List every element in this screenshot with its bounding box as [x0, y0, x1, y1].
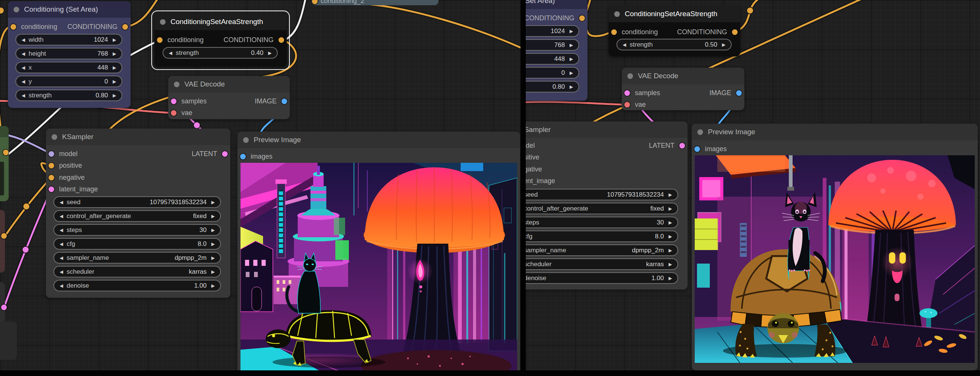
widget-strength[interactable]: ◀ strength 0.80 ▶	[526, 81, 579, 92]
input-port-model[interactable]: model	[526, 141, 535, 150]
output-port-conditioning[interactable]: CONDITIONING	[677, 28, 738, 36]
increment-arrow-icon[interactable]: ▶	[111, 37, 118, 43]
output-port-conditioning[interactable]: CONDITIONING	[67, 22, 128, 31]
conditioning-port-dot[interactable]	[278, 37, 284, 43]
latent-port-dot[interactable]	[624, 90, 630, 96]
widget-cfg[interactable]: ◀ cfg 8.0 ▶	[526, 230, 678, 242]
decrement-arrow-icon[interactable]: ◀	[20, 93, 27, 98]
latent-port-dot[interactable]	[679, 143, 685, 149]
vae-port-dot[interactable]	[624, 102, 630, 108]
input-port-vae[interactable]: vae	[624, 100, 646, 109]
widget-width[interactable]: ◀ width 1024 ▶	[526, 25, 579, 37]
input-port-conditioning[interactable]: conditioning	[11, 22, 57, 31]
decrement-arrow-icon[interactable]: ◀	[58, 283, 65, 289]
conditioning-port-dot[interactable]	[157, 37, 162, 43]
node-vae-decode[interactable]: VAE Decode samples vae IMAGE	[168, 76, 290, 119]
conditioning-port-dot[interactable]	[49, 163, 54, 168]
increment-arrow-icon[interactable]: ▶	[667, 220, 674, 225]
widget-scheduler[interactable]: ◀ scheduler karras ▶	[53, 266, 221, 278]
widget-sampler-name[interactable]: ◀ sampler_name dpmpp_2m ▶	[526, 244, 678, 256]
node-partial-conditioning2[interactable]: con­ditioning_2	[312, 0, 438, 5]
node-title-bar[interactable]: Preview Image	[692, 124, 978, 140]
latent-port-dot[interactable]	[1, 305, 7, 310]
node-title-bar[interactable]: VAE Decode	[168, 76, 290, 92]
increment-arrow-icon[interactable]: ▶	[667, 276, 674, 281]
decrement-arrow-icon[interactable]: ◀	[58, 269, 65, 274]
widget-x[interactable]: ◀ x 448 ▶	[16, 62, 123, 73]
node-ksampler[interactable]: KSampler model positive negative latent_…	[526, 121, 687, 290]
widget-width[interactable]: ◀ width 1024 ▶	[16, 34, 123, 46]
widget-steps[interactable]: ◀ steps 30 ▶	[526, 217, 678, 228]
node-preview-image[interactable]: Preview Image images	[692, 124, 978, 370]
image-port-dot[interactable]	[694, 146, 700, 152]
node-conditioning-set-area[interactable]: Conditioning (Set Area) conditioning CON…	[8, 1, 130, 108]
node-preview-image[interactable]: Preview Image images	[237, 132, 520, 373]
increment-arrow-icon[interactable]: ▶	[667, 262, 674, 267]
image-port-dot[interactable]	[282, 98, 287, 104]
input-port-negative[interactable]: negative	[526, 165, 542, 173]
node-title-bar[interactable]: Conditioning (Set Area)	[526, 0, 587, 9]
node-conditioning-set-area[interactable]: Conditioning (Set Area) conditioning CON…	[526, 0, 587, 101]
output-port-latent[interactable]: LATENT	[649, 141, 685, 150]
graph-canvas-right[interactable]: Conditioning (Set Area) conditioning CON…	[526, 0, 980, 376]
collapse-dot-icon[interactable]	[614, 11, 620, 17]
increment-arrow-icon[interactable]: ▶	[266, 51, 273, 56]
input-port-samples[interactable]: samples	[624, 89, 660, 97]
widget-seed[interactable]: ◀ seed 1079579318532234 ▶	[53, 196, 221, 208]
node-conditioning-set-area-strength[interactable]: ConditioningSetAreaStrength conditioning…	[154, 14, 287, 67]
widget-strength[interactable]: ◀ strength 0.40 ▶	[162, 47, 278, 59]
decrement-arrow-icon[interactable]: ◀	[58, 255, 65, 260]
conditioning-port-dot[interactable]	[11, 24, 16, 30]
latent-port-dot[interactable]	[222, 151, 228, 157]
widget-x[interactable]: ◀ x 448 ▶	[526, 53, 579, 65]
increment-arrow-icon[interactable]: ▶	[568, 43, 575, 48]
decrement-arrow-icon[interactable]: ◀	[20, 65, 27, 70]
node-partial-gray2[interactable]	[0, 322, 17, 360]
widget-denoise[interactable]: ◀ denoise 1.00 ▶	[526, 272, 678, 284]
increment-arrow-icon[interactable]: ▶	[568, 70, 575, 76]
decrement-arrow-icon[interactable]: ◀	[20, 79, 27, 84]
widget-strength[interactable]: ◀ strength 0.80 ▶	[16, 89, 123, 101]
latent-port-dot[interactable]	[171, 98, 177, 104]
decrement-arrow-icon[interactable]: ◀	[58, 227, 65, 233]
input-port-samples[interactable]: samples	[171, 97, 207, 105]
widget-control-after-generate[interactable]: ◀ control_after_generate fixed ▶	[53, 210, 221, 222]
model-port-dot[interactable]	[49, 151, 54, 157]
input-port-images[interactable]: images	[694, 145, 727, 153]
increment-arrow-icon[interactable]: ▶	[111, 51, 118, 56]
increment-arrow-icon[interactable]: ▶	[568, 56, 575, 62]
widget-seed[interactable]: ◀ seed 1079579318532234 ▶	[526, 189, 678, 200]
increment-arrow-icon[interactable]: ▶	[568, 29, 575, 34]
graph-canvas-left[interactable]: con­ditioning_2 Conditioning (Set Area) …	[0, 0, 520, 376]
conditioning-port-dot[interactable]	[3, 150, 9, 155]
node-partial-gray[interactable]	[0, 282, 5, 322]
increment-arrow-icon[interactable]: ▶	[111, 79, 118, 84]
increment-arrow-icon[interactable]: ▶	[568, 84, 575, 89]
input-port-positive[interactable]: positive	[526, 153, 539, 161]
input-port-latent-image[interactable]: latent_image	[526, 177, 555, 185]
output-port-image[interactable]: IMAGE	[255, 97, 287, 105]
widget-y[interactable]: ◀ y 0 ▶	[526, 67, 579, 79]
widget-steps[interactable]: ◀ steps 30 ▶	[53, 224, 221, 236]
conditioning-port-dot[interactable]	[732, 29, 738, 35]
increment-arrow-icon[interactable]: ▶	[111, 65, 118, 70]
node-vae-decode[interactable]: VAE Decode samples vae IMAGE	[622, 68, 745, 110]
widget-sampler-name[interactable]: ◀ sampler_name dpmpp_2m ▶	[53, 252, 221, 263]
output-port-image[interactable]: IMAGE	[710, 89, 742, 97]
decrement-arrow-icon[interactable]: ◀	[58, 200, 65, 205]
conditioning-port-dot[interactable]	[1, 233, 7, 239]
vae-port-dot[interactable]	[171, 110, 177, 116]
conditioning-port-dot[interactable]	[611, 29, 617, 35]
decrement-arrow-icon[interactable]: ◀	[621, 42, 628, 48]
decrement-arrow-icon[interactable]: ◀	[20, 51, 27, 56]
node-title-bar[interactable]: ConditioningSetAreaStrength	[609, 6, 740, 22]
increment-arrow-icon[interactable]: ▶	[210, 255, 216, 260]
node-title-bar[interactable]: Conditioning (Set Area)	[8, 1, 130, 17]
conditioning-port-dot[interactable]	[312, 0, 318, 4]
decrement-arrow-icon[interactable]: ◀	[58, 214, 65, 219]
widget-y[interactable]: ◀ y 0 ▶	[16, 76, 123, 87]
output-port-conditioning[interactable]: CONDITIONING	[224, 36, 284, 44]
output-port-latent[interactable]: LATENT	[192, 150, 228, 158]
collapse-dot-icon[interactable]	[697, 129, 703, 135]
decrement-arrow-icon[interactable]: ◀	[20, 37, 27, 43]
